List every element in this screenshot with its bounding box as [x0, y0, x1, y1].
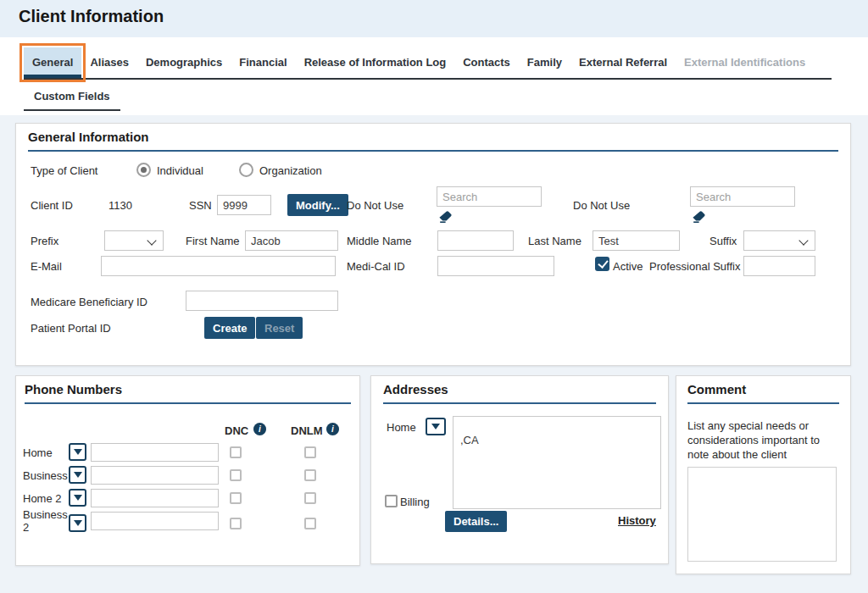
tab-contacts[interactable]: Contacts	[454, 47, 519, 78]
tab-bar: General Aliases Demographics Financial R…	[0, 37, 868, 115]
tab-release-of-information-log[interactable]: Release of Information Log	[296, 47, 455, 78]
phone-business-dnc-checkbox[interactable]	[230, 469, 242, 481]
top-header-bar: Client Information	[0, 0, 868, 37]
addresses-title: Addresses	[383, 382, 656, 396]
do-not-use-label-1: Do Not Use	[347, 199, 403, 212]
general-information-header: General Information	[28, 130, 838, 152]
phone-numbers-title: Phone Numbers	[25, 382, 351, 396]
comment-hint-text: List any special needs or considerations…	[687, 418, 838, 462]
tab-demographics[interactable]: Demographics	[137, 47, 231, 78]
email-input[interactable]	[101, 256, 336, 276]
medicare-beneficiary-id-input[interactable]	[186, 291, 338, 311]
middle-name-input[interactable]	[437, 230, 514, 251]
tab-row-secondary: Custom Fields	[24, 84, 120, 111]
tab-external-referral[interactable]: External Referral	[570, 47, 676, 78]
tab-custom-fields[interactable]: Custom Fields	[24, 84, 120, 111]
tab-external-identifications: External Identifications	[676, 47, 814, 78]
general-information-title: General Information	[28, 130, 838, 144]
address-type-label: Home	[387, 421, 416, 434]
patient-portal-id-label: Patient Portal ID	[31, 322, 111, 335]
phone-home2-input[interactable]	[91, 489, 219, 507]
active-label: Active	[613, 260, 643, 273]
first-name-label: First Name	[186, 235, 240, 247]
general-information-panel: General Information Type of Client Indiv…	[15, 123, 851, 366]
client-id-value: 1130	[108, 199, 132, 212]
phone-numbers-header: Phone Numbers	[25, 382, 351, 404]
suffix-select[interactable]	[743, 230, 815, 251]
comment-title: Comment	[687, 382, 839, 396]
medical-id-label: Medi-Cal ID	[347, 260, 405, 273]
tab-general[interactable]: General	[24, 47, 81, 78]
medical-id-input[interactable]	[437, 256, 554, 276]
last-name-label: Last Name	[528, 235, 581, 247]
email-label: E-Mail	[31, 260, 62, 273]
phone-row-business-label: Business	[23, 469, 68, 482]
phone-row-home2-label: Home 2	[23, 492, 62, 505]
tab-financial[interactable]: Financial	[231, 47, 295, 78]
phone-home2-dnc-checkbox[interactable]	[230, 492, 242, 504]
organization-label: Organization	[259, 164, 322, 177]
clear-eraser-icon-1[interactable]	[438, 211, 452, 223]
billing-checkbox[interactable]	[385, 495, 398, 507]
client-id-label: Client ID	[31, 199, 73, 212]
create-button[interactable]: Create	[204, 317, 255, 339]
first-name-input[interactable]	[245, 230, 338, 251]
comment-textarea[interactable]	[687, 467, 837, 562]
active-checkbox[interactable]	[595, 257, 609, 271]
dnlm-label: DNLM	[291, 424, 323, 437]
phone-home-dnc-checkbox[interactable]	[230, 446, 242, 458]
phone-home2-dropdown-button[interactable]	[69, 489, 86, 507]
type-of-client-label: Type of Client	[31, 164, 98, 177]
dnc-label: DNC	[225, 424, 248, 437]
phone-business-dropdown-button[interactable]	[69, 466, 86, 484]
tab-aliases[interactable]: Aliases	[81, 47, 137, 78]
phone-business-dnlm-checkbox[interactable]	[304, 469, 316, 481]
client-information-screen: Client Information General Aliases Demog…	[0, 0, 868, 593]
do-not-use-search-input-1[interactable]	[437, 186, 542, 207]
phone-numbers-panel: Phone Numbers DNC i DNLM i Home Business…	[15, 375, 360, 566]
professional-suffix-input[interactable]	[743, 256, 815, 276]
individual-radio[interactable]	[136, 163, 151, 177]
prefix-label: Prefix	[31, 235, 58, 247]
suffix-label: Suffix	[709, 235, 737, 247]
phone-business-input[interactable]	[91, 466, 219, 485]
phone-business2-dropdown-button[interactable]	[69, 514, 86, 532]
do-not-use-search-input-2[interactable]	[690, 186, 795, 207]
comment-panel: Comment List any special needs or consid…	[676, 375, 851, 574]
address-type-dropdown-button[interactable]	[426, 418, 446, 435]
phone-row-home-label: Home	[23, 446, 53, 459]
phone-row-business2-label: Business 2	[23, 508, 69, 534]
history-link[interactable]: History	[618, 514, 656, 527]
phone-home-dnlm-checkbox[interactable]	[304, 446, 316, 458]
tab-family[interactable]: Family	[519, 47, 570, 78]
modify-button[interactable]: Modify...	[287, 194, 348, 216]
phone-business2-dnlm-checkbox[interactable]	[304, 518, 316, 529]
details-button[interactable]: Details...	[445, 511, 507, 532]
phone-business2-dnc-checkbox[interactable]	[230, 518, 242, 529]
individual-label: Individual	[157, 164, 203, 177]
phone-home2-dnlm-checkbox[interactable]	[304, 492, 316, 504]
reset-button: Reset	[256, 317, 303, 339]
medicare-beneficiary-id-label: Medicare Beneficiary ID	[31, 296, 147, 308]
tab-row-primary: General Aliases Demographics Financial R…	[24, 47, 832, 80]
organization-radio[interactable]	[239, 163, 253, 177]
comment-header: Comment	[687, 382, 839, 404]
addresses-panel: Addresses Home ,CA Billing Details... Hi…	[370, 375, 669, 564]
addresses-header: Addresses	[383, 382, 656, 404]
address-textarea[interactable]: ,CA	[453, 416, 661, 509]
phone-home-input[interactable]	[91, 443, 219, 462]
dnlm-info-icon[interactable]: i	[326, 423, 339, 435]
phone-home-dropdown-button[interactable]	[69, 443, 86, 461]
phone-business2-input[interactable]	[91, 512, 219, 530]
prefix-select[interactable]	[104, 230, 164, 251]
ssn-input[interactable]	[217, 195, 271, 215]
do-not-use-label-2: Do Not Use	[573, 199, 630, 212]
clear-eraser-icon-2[interactable]	[692, 211, 705, 223]
ssn-label: SSN	[189, 199, 212, 212]
dnc-info-icon[interactable]: i	[253, 423, 266, 435]
last-name-input[interactable]	[593, 230, 680, 251]
billing-label: Billing	[400, 496, 430, 508]
page-title: Client Information	[19, 7, 164, 26]
professional-suffix-label: Professional Suffix	[649, 260, 740, 273]
middle-name-label: Middle Name	[347, 235, 412, 247]
